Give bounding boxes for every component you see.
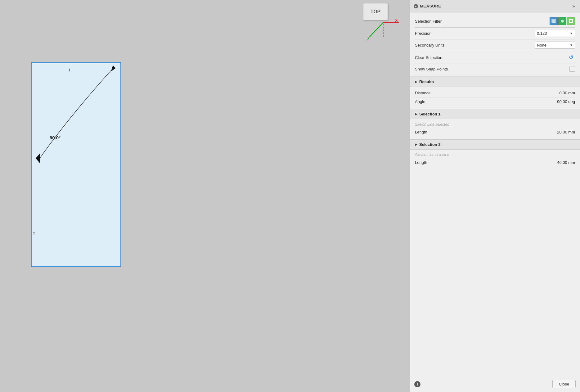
selection1-length-label: Length	[415, 130, 427, 134]
precision-dropdown[interactable]: 0.123 ▼	[535, 30, 575, 37]
axis-indicator: Z X	[366, 19, 400, 41]
angle-row: Angle 90.00 deg	[415, 97, 575, 106]
measure-icon: ●	[414, 4, 418, 8]
selection1-length-row: Length 20.00 mm	[415, 128, 575, 136]
selection1-body: Sketch Line selected Length 20.00 mm	[410, 119, 580, 139]
selection2-section-header: ▶ Selection 2	[410, 139, 580, 150]
canvas-area: TOP Z X 1 2 90.0°	[0, 0, 410, 392]
solid-filter-icon[interactable]	[550, 17, 558, 25]
panel-header: ● MEASURE »	[410, 0, 580, 12]
bottom-bar: i Close	[410, 376, 580, 392]
angle-label: 90.0°	[50, 135, 61, 140]
secondary-units-label: Secondary Units	[415, 43, 458, 47]
results-triangle-icon: ▶	[415, 80, 417, 83]
svg-rect-7	[552, 20, 555, 23]
results-title: Results	[419, 79, 434, 84]
expand-button[interactable]: »	[571, 3, 576, 10]
svg-text:X: X	[395, 19, 398, 23]
face-filter-icon[interactable]	[558, 17, 566, 25]
svg-marker-9	[561, 20, 564, 23]
angle-value: 90.00 deg	[557, 99, 575, 104]
show-snap-points-label: Show Snap Points	[415, 67, 458, 71]
filter-icons	[550, 17, 575, 25]
panel-title: MEASURE	[420, 4, 441, 8]
precision-dropdown-arrow: ▼	[570, 32, 573, 35]
precision-label: Precision	[415, 31, 458, 36]
selection1-title: Selection 1	[419, 112, 441, 116]
selection2-length-label: Length	[415, 160, 427, 165]
selection2-title: Selection 2	[419, 142, 441, 147]
precision-value: 0.123	[537, 31, 547, 36]
secondary-units-value: None	[537, 43, 546, 47]
top-view-indicator: TOP	[363, 3, 388, 20]
info-icon: i	[414, 381, 420, 387]
selection1-section: ▶ Selection 1 Sketch Line selected Lengt…	[410, 109, 580, 139]
close-button[interactable]: Close	[552, 380, 576, 388]
selection2-sublabel: Sketch Line selected	[415, 151, 575, 158]
svg-marker-5	[111, 65, 115, 71]
svg-line-0	[369, 22, 383, 37]
angle-label: Angle	[415, 99, 425, 104]
distance-label: Distance	[415, 91, 431, 95]
clear-selection-button[interactable]: ↺	[567, 53, 575, 61]
edge-filter-icon[interactable]	[567, 17, 575, 25]
distance-value: 0.00 mm	[559, 91, 575, 95]
svg-marker-6	[36, 154, 40, 163]
svg-text:Z: Z	[367, 37, 370, 41]
sketch-svg	[31, 62, 121, 267]
secondary-units-row: Secondary Units None ▼	[415, 39, 575, 51]
selection1-section-header: ▶ Selection 1	[410, 109, 580, 119]
svg-rect-10	[569, 20, 573, 23]
selection2-triangle-icon: ▶	[415, 143, 417, 146]
right-panel: ● MEASURE » Selection Filter	[410, 0, 580, 392]
selection1-sublabel: Sketch Line selected	[415, 121, 575, 128]
panel-header-left: ● MEASURE	[414, 4, 441, 8]
selection2-length-value: 46.00 mm	[557, 160, 575, 165]
selection2-section: ▶ Selection 2 Sketch Line selected Lengt…	[410, 139, 580, 170]
selection1-length-value: 20.00 mm	[557, 130, 575, 134]
panel-content: Selection Filter Precision	[410, 12, 580, 376]
selection2-body: Sketch Line selected Length 46.00 mm	[410, 150, 580, 170]
show-snap-points-row: Show Snap Points	[415, 64, 575, 74]
form-section: Selection Filter Precision	[410, 12, 580, 77]
selection-filter-label: Selection Filter	[415, 19, 458, 24]
selection1-triangle-icon: ▶	[415, 112, 417, 116]
results-section-header: ▶ Results	[410, 77, 580, 87]
sketch-label-1: 1	[68, 68, 70, 72]
clear-selection-label: Clear Selection	[415, 55, 458, 60]
results-body: Distance 0.00 mm Angle 90.00 deg	[410, 87, 580, 109]
distance-row: Distance 0.00 mm	[415, 89, 575, 97]
selection2-length-row: Length 46.00 mm	[415, 158, 575, 167]
show-snap-points-checkbox[interactable]	[569, 66, 575, 72]
clear-selection-row: Clear Selection ↺	[415, 51, 575, 64]
results-section: ▶ Results Distance 0.00 mm Angle 90.00 d…	[410, 77, 580, 109]
sketch-label-2: 2	[33, 231, 35, 236]
sketch-drawing: 1 2 90.0°	[31, 62, 121, 267]
secondary-units-dropdown[interactable]: None ▼	[535, 42, 575, 49]
selection-filter-row: Selection Filter	[415, 15, 575, 27]
precision-row: Precision 0.123 ▼	[415, 28, 575, 39]
secondary-units-dropdown-arrow: ▼	[570, 43, 573, 47]
